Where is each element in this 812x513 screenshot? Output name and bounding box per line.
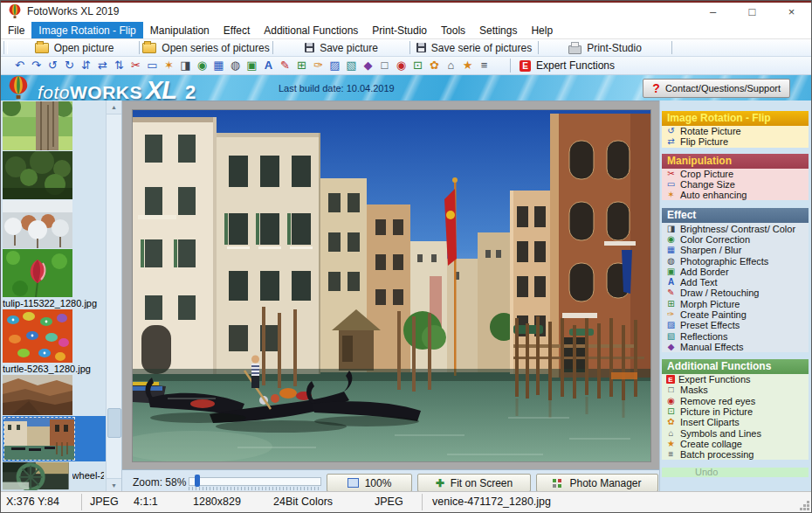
menu-image-rotation-flip[interactable]: Image Rotation - Flip — [31, 22, 142, 38]
batch-processing-icon[interactable]: ≡ — [478, 58, 491, 73]
photographic-effects-icon[interactable]: ◍ — [229, 58, 242, 73]
menu-file[interactable]: File — [1, 22, 31, 38]
thumbnail-tree[interactable] — [3, 101, 104, 150]
rotate-cw-icon[interactable]: ↻ — [63, 58, 76, 73]
create-collage-icon[interactable]: ★ — [461, 58, 474, 73]
section-header-image-rotation-flip[interactable]: Image Rotation - Flip — [662, 111, 809, 126]
panel-item-reflections[interactable]: ▧ Reflections — [662, 330, 809, 341]
panel-item-color-correction[interactable]: ◉ Color Correction — [662, 234, 809, 245]
rotate-ccw-icon[interactable]: ↺ — [46, 58, 59, 73]
panel-item-crop-picture[interactable]: ✂ Crop Picture — [662, 169, 809, 179]
thumbnail-venice-selected[interactable] — [3, 416, 121, 461]
symbols-lines-icon[interactable]: ⌂ — [444, 58, 458, 73]
panel-item-preset-effects[interactable]: ▨ Preset Effects — [662, 320, 809, 330]
save-picture-button[interactable]: Save picture — [273, 39, 409, 56]
red-eye-icon[interactable]: ◉ — [395, 58, 408, 73]
fit-on-screen-button[interactable]: ✚ Fit on Screen — [417, 474, 531, 492]
file-format: JPEG — [90, 496, 119, 508]
undo-button[interactable]: Undo — [662, 468, 809, 477]
save-series-button[interactable]: Save serie of pictures — [410, 39, 538, 56]
thumbnail-wheel-row[interactable]: wheel-2 — [3, 461, 104, 490]
draw-retouching-icon[interactable]: ✎ — [279, 58, 292, 73]
magic-wand-icon[interactable]: ✶ — [162, 58, 175, 73]
crop-icon[interactable]: ✂ — [129, 58, 142, 73]
add-border-icon[interactable]: ▣ — [245, 58, 258, 73]
panel-item-auto-enhancing[interactable]: ✶ Auto enhancing — [662, 190, 809, 200]
panel-item-remove-red-eyes[interactable]: ◉ Remove red eyes — [662, 396, 809, 406]
rotate-180-icon[interactable]: ⇵ — [79, 58, 93, 73]
brightness-contrast-icon[interactable]: ◨ — [179, 58, 192, 73]
panel-item-insert-cliparts[interactable]: ✿ Insert Cliparts — [662, 417, 809, 427]
open-series-button[interactable]: Open series of pictures — [140, 39, 272, 56]
panel-item-manual-effects[interactable]: ◆ Manual Effects — [662, 342, 809, 352]
thumbnail-scrollbar[interactable]: ▲ ▼ — [106, 101, 121, 492]
venice-photo-canvas[interactable] — [133, 110, 650, 461]
panel-item-flip-picture[interactable]: ⇄ Flip Picture — [662, 136, 809, 147]
thumbnail-turtle[interactable] — [3, 309, 104, 363]
panel-item-symbols-and-lines[interactable]: ⌂ Symbols and Lines — [662, 428, 809, 439]
panel-item-morph-picture[interactable]: ⊞ Morph Picture — [662, 299, 809, 309]
manual-effects-icon[interactable]: ◆ — [361, 58, 375, 73]
scroll-up-icon[interactable]: ▲ — [107, 101, 121, 114]
morph-picture-icon[interactable]: ⊞ — [295, 58, 308, 73]
menu-tools[interactable]: Tools — [434, 22, 472, 38]
open-picture-button[interactable]: Open picture — [10, 39, 139, 56]
panel-item-change-size[interactable]: ▭ Change Size — [662, 179, 809, 190]
preset-effects-icon[interactable]: ▨ — [328, 58, 341, 73]
maximize-button[interactable]: □ — [733, 1, 772, 22]
menu-help[interactable]: Help — [524, 22, 560, 38]
panel-item-picture-in-picture[interactable]: ⊡ Picture in Picture — [662, 406, 809, 417]
panel-item-draw-retouching[interactable]: ✎ Draw / Retouching — [662, 288, 809, 298]
insert-cliparts-icon[interactable]: ✿ — [428, 58, 441, 73]
thumbnail-canyon[interactable] — [3, 375, 104, 415]
panel-item-rotate-picture[interactable]: ↺ Rotate Picture — [662, 126, 809, 136]
support-button[interactable]: ? Contact/Questions/Support — [643, 79, 790, 98]
thumbnail-forest[interactable] — [3, 151, 104, 199]
zoom-label: Zoom: 58% — [133, 476, 186, 489]
menu-additional-functions[interactable]: Additional Functions — [257, 22, 365, 38]
panel-item-brightness-contrast-color[interactable]: ◨ Brightness/ Contrast/ Color — [662, 223, 809, 233]
reflections-icon[interactable]: ▧ — [345, 58, 358, 73]
panel-item-batch-processing[interactable]: ≡ Batch processing — [662, 449, 809, 460]
color-correction-icon[interactable]: ◉ — [196, 58, 209, 73]
section-header-effect[interactable]: Effect — [662, 208, 809, 223]
scroll-down-icon[interactable]: ▼ — [107, 478, 121, 492]
panel-item-create-collage[interactable]: ★ Create collage — [662, 439, 809, 449]
panel-item-add-border[interactable]: ▣ Add Border — [662, 267, 809, 277]
section-header-manipulation[interactable]: Manipulation — [662, 154, 809, 169]
add-text-icon[interactable]: A — [262, 58, 275, 73]
picture-in-picture-icon[interactable]: ⊡ — [411, 58, 424, 73]
scrollbar-thumb[interactable] — [107, 408, 121, 438]
zoom-slider-thumb[interactable] — [195, 475, 200, 487]
section-header-additional-functions[interactable]: Additional Functions — [662, 359, 809, 374]
flip-horizontal-icon[interactable]: ⇄ — [96, 58, 109, 73]
create-painting-icon[interactable]: ✑ — [312, 58, 325, 73]
rotate-right-icon[interactable]: ↷ — [30, 58, 43, 73]
panel-item-photographic-effects[interactable]: ◍ Photographic Effects — [662, 255, 809, 266]
menu-print-studio[interactable]: Print-Studio — [365, 22, 434, 38]
panel-item-create-painting[interactable]: ✑ Create Painting — [662, 309, 809, 320]
flip-vertical-icon[interactable]: ⇅ — [113, 58, 126, 73]
panel-item-expert-functions[interactable]: E Expert Functions — [662, 374, 809, 385]
menu-effect[interactable]: Effect — [217, 22, 257, 38]
print-studio-button[interactable]: Print-Studio — [539, 39, 671, 56]
expert-functions-button[interactable]: E Expert Functions — [511, 59, 623, 72]
logo-foto: foto — [38, 82, 70, 101]
zoom-100-button[interactable]: 100% — [327, 474, 412, 492]
minimize-button[interactable]: – — [693, 1, 733, 22]
menu-manipulation[interactable]: Manipulation — [143, 22, 217, 38]
change-size-icon[interactable]: ▭ — [146, 58, 159, 73]
rotate-left-icon[interactable]: ↶ — [13, 58, 26, 73]
panel-item-add-text[interactable]: A Add Text — [662, 277, 809, 288]
masks-icon[interactable]: □ — [378, 58, 391, 73]
zoom-slider[interactable] — [189, 477, 321, 486]
menu-settings[interactable]: Settings — [472, 22, 524, 38]
thumbnail-winter-trees[interactable] — [3, 200, 104, 248]
panel-item-sharpen-blur[interactable]: ▦ Sharpen / Blur — [662, 245, 809, 255]
panel-item-masks[interactable]: □ Masks — [662, 385, 809, 395]
sharpen-blur-icon[interactable]: ▦ — [212, 58, 225, 73]
resize-grip[interactable] — [807, 501, 809, 503]
close-button[interactable]: × — [772, 1, 811, 22]
photo-manager-button[interactable]: Photo Manager — [536, 474, 658, 492]
thumbnail-tulip[interactable] — [3, 249, 104, 297]
